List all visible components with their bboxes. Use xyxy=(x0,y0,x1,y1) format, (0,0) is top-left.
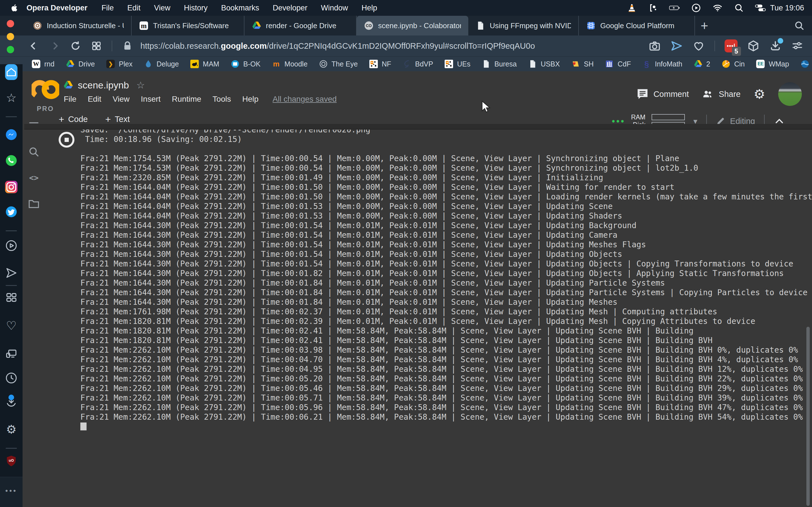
bookmark-usbx[interactable]: USBX xyxy=(522,59,566,68)
back-icon[interactable] xyxy=(28,40,40,52)
bookmark-deluge[interactable]: Deluge xyxy=(138,59,185,68)
colab-menu-file[interactable]: File xyxy=(64,95,77,104)
menubar-item-bookmarks[interactable]: Bookmarks xyxy=(221,4,259,12)
bookmark-drive[interactable]: Drive xyxy=(60,59,100,68)
bookmark-wmap[interactable]: EEWMap xyxy=(750,59,795,68)
sidebar-flow-button[interactable] xyxy=(0,345,22,361)
notebook-title[interactable]: scene.ipynb xyxy=(78,80,129,91)
sidebar-whatsapp-button[interactable] xyxy=(0,153,22,168)
tab-google-cloud-platform[interactable]: Google Cloud Platform xyxy=(579,16,695,36)
tab-search-icon[interactable] xyxy=(794,20,805,31)
colab-menu-view[interactable]: View xyxy=(112,95,130,104)
settings-gear-icon[interactable]: ⚙ xyxy=(754,88,765,101)
tab-induction-structurelle-ue-lu2[interactable]: Induction Structurelle - UE LU2 xyxy=(26,16,132,36)
menubar-app-name[interactable]: Opera Developer xyxy=(27,4,87,12)
menubar-item-file[interactable]: File xyxy=(101,4,114,12)
zoom-window-button[interactable] xyxy=(7,46,14,53)
url-text[interactable]: https://colab.research.google.com/drive/… xyxy=(140,41,535,51)
colab-logo[interactable] xyxy=(32,79,59,100)
user-avatar[interactable] xyxy=(778,82,802,106)
menubar-item-help[interactable]: Help xyxy=(361,4,377,12)
menubar-item-developer[interactable]: Developer xyxy=(273,4,307,12)
colab-menu-edit[interactable]: Edit xyxy=(88,95,101,104)
sidebar-player-button[interactable] xyxy=(0,238,22,253)
bookmark-mam[interactable]: MAM xyxy=(185,59,225,68)
control-center-icon[interactable] xyxy=(755,3,766,13)
colab-menu-help[interactable]: Help xyxy=(242,95,259,104)
sidebar-ellipsis-button[interactable]: ••• xyxy=(0,483,22,499)
downloads-icon[interactable] xyxy=(769,40,781,52)
colab-menu-tools[interactable]: Tools xyxy=(213,95,231,104)
bookmark-cdf[interactable]: CdF xyxy=(599,59,637,68)
battery-charging-icon[interactable] xyxy=(669,3,680,13)
star-notebook-icon[interactable]: ☆ xyxy=(136,79,145,91)
apple-menu-icon[interactable] xyxy=(10,3,18,13)
sidebar-history-button[interactable] xyxy=(0,370,22,386)
snapshot-camera-icon[interactable] xyxy=(649,40,661,52)
bookmark-nf[interactable]: NF xyxy=(363,59,397,68)
minimize-window-button[interactable] xyxy=(7,33,14,40)
comment-button[interactable]: Comment xyxy=(637,88,689,100)
vlc-icon[interactable] xyxy=(626,3,638,13)
play-circle-icon[interactable] xyxy=(691,3,702,13)
sidebar-send-button[interactable] xyxy=(0,265,22,281)
forward-icon[interactable] xyxy=(49,40,60,52)
wifi-icon[interactable] xyxy=(712,3,723,13)
sidebar-twitter-button[interactable] xyxy=(0,204,22,220)
bookmark-ec[interactable]: EC xyxy=(795,59,812,68)
speed-dial-icon[interactable] xyxy=(91,40,102,52)
bookmark-sh[interactable]: SH xyxy=(566,59,599,68)
bookmark-infomath[interactable]: §InfoMath xyxy=(637,59,688,68)
heart-icon[interactable] xyxy=(693,40,705,52)
bookmark-2[interactable]: 2 xyxy=(688,59,716,68)
cell-output-area[interactable]: Saved: /content/drive/My Drive/--Scene/r… xyxy=(58,129,812,507)
colab-menu-insert[interactable]: Insert xyxy=(141,95,161,104)
sidebar-settings-button[interactable]: ⚙ xyxy=(0,421,22,438)
new-tab-button[interactable]: + xyxy=(701,19,708,32)
bookmark-ues[interactable]: UEs xyxy=(439,59,476,68)
bookmark-b-ok[interactable]: B-OK xyxy=(225,59,266,68)
password-extension-icon[interactable]: •••|5 xyxy=(725,40,738,52)
bookmark-moodle[interactable]: mMoodle xyxy=(266,59,313,68)
tab-tristan-s-files-software[interactable]: mTristan's Files/Software xyxy=(132,16,245,36)
menubar-item-window[interactable]: Window xyxy=(321,4,348,12)
reload-icon[interactable] xyxy=(70,40,81,52)
menubar-item-view[interactable]: View xyxy=(154,4,170,12)
tab-render-google-drive[interactable]: render - Google Drive xyxy=(245,16,357,36)
sidebar-ublock-button[interactable]: uO xyxy=(0,453,22,469)
menubar-item-history[interactable]: History xyxy=(184,4,207,12)
sidebar-messenger-button[interactable] xyxy=(0,127,22,143)
tab-scene-ipynb-colaboratory[interactable]: COscene.ipynb - Colaboratory xyxy=(357,16,468,36)
rail-code-snippets-icon[interactable]: <> xyxy=(28,172,40,184)
send-to-device-icon[interactable] xyxy=(670,40,683,52)
scrollbar-thumb[interactable] xyxy=(806,327,810,506)
bookmark-rnd[interactable]: Wrnd xyxy=(26,59,60,68)
bookmark-cin[interactable]: Cin xyxy=(716,59,751,68)
bookmark-buresa[interactable]: Buresa xyxy=(476,59,522,68)
vpn-cube-icon[interactable] xyxy=(747,40,760,52)
search-icon[interactable] xyxy=(733,3,745,13)
bookmark-the-eye[interactable]: The Eye xyxy=(313,59,363,68)
add-text-button[interactable]: +Text xyxy=(105,114,130,125)
rail-files-icon[interactable] xyxy=(28,198,40,210)
stop-execution-button[interactable] xyxy=(59,132,74,148)
close-window-button[interactable] xyxy=(7,20,14,27)
autosave-status[interactable]: All changes saved xyxy=(273,95,337,104)
rail-find-replace-icon[interactable] xyxy=(28,146,40,158)
add-code-button[interactable]: +Code xyxy=(59,114,88,125)
bookmark-plex[interactable]: ❯Plex xyxy=(100,59,138,68)
colab-menu-runtime[interactable]: Runtime xyxy=(172,95,201,104)
sidebar-star-button[interactable]: ☆ xyxy=(0,90,22,106)
menubar-item-edit[interactable]: Edit xyxy=(128,4,141,12)
bookmark-bdvp[interactable]: BdVP xyxy=(397,59,439,68)
tab-using-ffmpeg-with-nvidia-gpu[interactable]: Using FFmpeg with NVIDIA GPU xyxy=(468,16,579,36)
snippet-icon[interactable] xyxy=(648,3,659,13)
sidebar-downloads-button[interactable] xyxy=(0,394,22,410)
settings-sliders-icon[interactable] xyxy=(791,40,804,52)
lock-icon[interactable] xyxy=(122,40,133,52)
menubar-clock[interactable]: Tue 19:06 xyxy=(770,4,804,12)
share-button[interactable]: Share xyxy=(702,88,741,100)
sidebar-home-button[interactable] xyxy=(0,64,22,80)
sidebar-heart-button[interactable]: ♡ xyxy=(0,318,22,334)
sidebar-speed-dial-button[interactable] xyxy=(0,290,22,305)
